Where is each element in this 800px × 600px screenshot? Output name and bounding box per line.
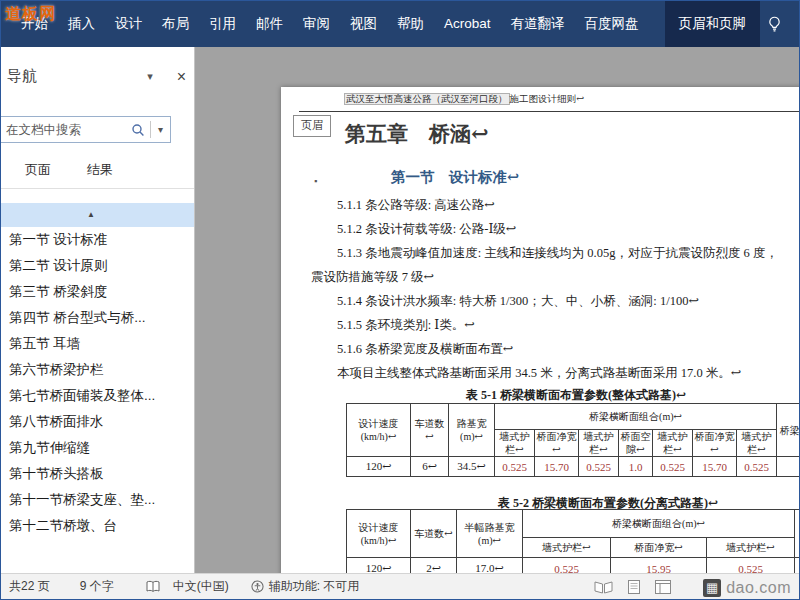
search-icon[interactable] <box>126 123 150 137</box>
section-bullet-icon: ▪ <box>314 176 317 186</box>
nav-heading-item[interactable]: 第六节桥梁护栏 <box>1 357 194 383</box>
tell-me-lightbulb-icon[interactable] <box>766 16 783 33</box>
page-count-status[interactable]: 共22 页 <box>9 578 50 595</box>
nav-heading-item[interactable]: 第三节 桥梁斜度 <box>1 279 194 305</box>
t1-header-cell: 路基宽 (m)↩ <box>449 404 495 457</box>
nav-heading-item[interactable]: 第八节桥面排水 <box>1 409 194 435</box>
accessibility-icon <box>251 580 264 593</box>
nav-pane-close-icon[interactable]: × <box>177 69 186 85</box>
word-count-status[interactable]: 9 个字 <box>80 578 114 595</box>
t2-data-cell: 17.0↩ <box>457 558 523 574</box>
nav-pane-title: 导航 <box>7 67 147 86</box>
t2-header-cell: 半幅路基宽 (m)↩ <box>457 510 523 558</box>
t1-data-cell: 34.5↩ <box>449 457 495 477</box>
t2-data-cell: 17.0 <box>795 558 800 574</box>
nav-heading-item[interactable]: 第七节桥面铺装及整体... <box>1 383 194 409</box>
proofing-icon[interactable] <box>146 580 161 593</box>
header-rest: 施工图设计细则↩ <box>510 94 584 104</box>
table-5-1: 设计速度 (km/h)↩ 车道数↩ 路基宽 (m)↩ 桥梁横断面组合(m)↩ 桥… <box>346 403 799 477</box>
paragraph: 5.1.6 条桥梁宽度及横断面布置↩ <box>311 337 778 361</box>
nav-pane-header: 导航 ▾ × <box>1 47 194 86</box>
status-bar: 共22 页 9 个字 中文(中国) 辅助功能: 不可用 <box>1 573 799 599</box>
t2-header-cell: 半幅桥梁总宽 (m)↩ <box>795 510 800 558</box>
document-page[interactable]: 武汉至大悟高速公路（武汉至河口段）施工图设计细则↩ 页眉 第五章 桥涵↩ ▪ 第… <box>281 87 799 573</box>
nav-heading-item[interactable]: 第十二节桥墩、台 <box>1 513 194 539</box>
nav-tab-pages[interactable]: 页面 <box>25 161 51 179</box>
t2-sub-cell: 桥面净宽↩ <box>611 538 707 558</box>
t1-data-cell: 1.0 <box>619 457 653 477</box>
paragraph: 5.1.3 条地震动峰值加速度: 主线和连接线均为 0.05g，对应于抗震设防烈… <box>311 241 778 265</box>
paragraph: 5.1.5 条环境类别: Ⅰ类。↩ <box>311 313 778 337</box>
nav-heading-item[interactable]: 第一节 设计标准 <box>1 227 194 253</box>
t1-data-cell: 0.525 <box>579 457 619 477</box>
accessibility-status[interactable]: 辅助功能: 不可用 <box>251 578 360 595</box>
language-status[interactable]: 中文(中国) <box>173 578 229 595</box>
nav-heading-item[interactable]: 第十节桥头搭板 <box>1 461 194 487</box>
t1-data-cell: 0.525 <box>653 457 693 477</box>
nav-heading-item[interactable]: 第二节 设计原则 <box>1 253 194 279</box>
tab-design[interactable]: 设计 <box>105 1 152 47</box>
t1-sub-cell: 桥面净宽↩ <box>693 430 737 457</box>
print-layout-icon[interactable] <box>627 580 641 594</box>
watermark-grid-icon: ▦ <box>703 579 721 597</box>
t2-data-cell: 15.95 <box>611 558 707 574</box>
tab-references[interactable]: 引用 <box>199 1 246 47</box>
header-tag-label: 页眉 <box>293 115 331 137</box>
search-input[interactable] <box>1 123 126 137</box>
t1-sub-cell: 桥面空隙↩ <box>619 430 653 457</box>
tab-header-footer-active[interactable]: 页眉和页脚 <box>665 1 761 47</box>
paragraph: 5.1.1 条公路等级: 高速公路↩ <box>311 193 778 217</box>
nav-heading-item[interactable]: 第五节 耳墙 <box>1 331 194 357</box>
tab-help[interactable]: 帮助 <box>387 1 434 47</box>
watermark-bottom-right: ▦ dao.com <box>703 579 791 597</box>
nav-pane-chevron-down-icon[interactable]: ▾ <box>147 70 153 83</box>
tab-layout[interactable]: 布局 <box>152 1 199 47</box>
tab-insert[interactable]: 插入 <box>58 1 105 47</box>
section-heading: 第一节 设计标准↩ <box>391 168 519 187</box>
t1-header-cell: 桥梁横断面组合(m)↩ <box>495 404 777 430</box>
watermark-text: dao.com <box>726 579 791 597</box>
nav-heading-item[interactable]: 第九节伸缩缝 <box>1 435 194 461</box>
t1-header-cell: 桥梁总宽 (m)↩ <box>777 404 800 457</box>
nav-heading-item[interactable]: 第四节 桥台型式与桥... <box>1 305 194 331</box>
navigation-pane: 导航 ▾ × ▾ 页面 结果 ▲ 第一节 设计标准 第二节 设计原则 第三节 桥… <box>1 47 195 573</box>
page-header-text: 武汉至大悟高速公路（武汉至河口段）施工图设计细则↩ <box>344 93 584 106</box>
t1-sub-cell: 桥面净宽↩ <box>535 430 579 457</box>
t2-data-cell: 0.525 <box>707 558 795 574</box>
view-switcher <box>594 580 671 594</box>
web-layout-icon[interactable] <box>655 580 671 594</box>
t1-header-cell: 设计速度 (km/h)↩ <box>347 404 411 457</box>
nav-heading-item[interactable]: 第十一节桥梁支座、垫... <box>1 487 194 513</box>
collapse-triangle-icon[interactable]: ▲ <box>87 211 95 219</box>
t2-header-cell: 桥梁横断面组合(m)↩ <box>523 510 795 538</box>
tab-review[interactable]: 审阅 <box>293 1 340 47</box>
t1-sub-cell: 墙式护栏↩ <box>579 430 619 457</box>
ribbon-tab-bar: 开始 插入 设计 布局 引用 邮件 审阅 视图 帮助 Acrobat 有道翻译 … <box>1 1 799 47</box>
nav-pane-tabs: 页面 结果 <box>1 143 195 189</box>
nav-tab-results[interactable]: 结果 <box>87 161 113 179</box>
t1-sub-cell: 墙式护栏↩ <box>653 430 693 457</box>
tab-view[interactable]: 视图 <box>340 1 387 47</box>
tab-mailings[interactable]: 邮件 <box>246 1 293 47</box>
t1-data-cell: 120↩ <box>347 457 411 477</box>
t2-header-cell: 设计速度 (km/h)↩ <box>347 510 411 558</box>
t1-data-cell: 34.5 <box>777 457 800 477</box>
t2-data-cell: 2↩ <box>411 558 457 574</box>
chapter-title: 第五章 桥涵↩ <box>345 120 489 148</box>
paragraph: 5.1.4 条设计洪水频率: 特大桥 1/300；大、中、小桥、涵洞: 1/10… <box>311 289 778 313</box>
paragraph: 本项目主线整体式路基断面采用 34.5 米，分离式路基断面采用 17.0 米。↩ <box>311 361 778 385</box>
nav-heading-selected[interactable]: ▲ <box>1 203 194 227</box>
t2-data-cell: 120↩ <box>347 558 411 574</box>
document-area: 武汉至大悟高速公路（武汉至河口段）施工图设计细则↩ 页眉 第五章 桥涵↩ ▪ 第… <box>195 47 799 573</box>
tab-youdao-translate[interactable]: 有道翻译 <box>501 1 575 47</box>
search-dropdown-chevron-icon[interactable]: ▾ <box>151 124 170 135</box>
search-box[interactable]: ▾ <box>1 116 171 143</box>
word-window: 开始 插入 设计 布局 引用 邮件 审阅 视图 帮助 Acrobat 有道翻译 … <box>0 0 800 600</box>
t1-data-cell: 0.525 <box>495 457 535 477</box>
t1-data-cell: 0.525 <box>737 457 777 477</box>
t1-data-cell: 15.70 <box>693 457 737 477</box>
tab-baidu-netdisk[interactable]: 百度网盘 <box>575 1 649 47</box>
read-mode-icon[interactable] <box>594 580 613 594</box>
header-field: 武汉至大悟高速公路（武汉至河口段） <box>344 93 510 105</box>
tab-acrobat[interactable]: Acrobat <box>434 1 501 47</box>
